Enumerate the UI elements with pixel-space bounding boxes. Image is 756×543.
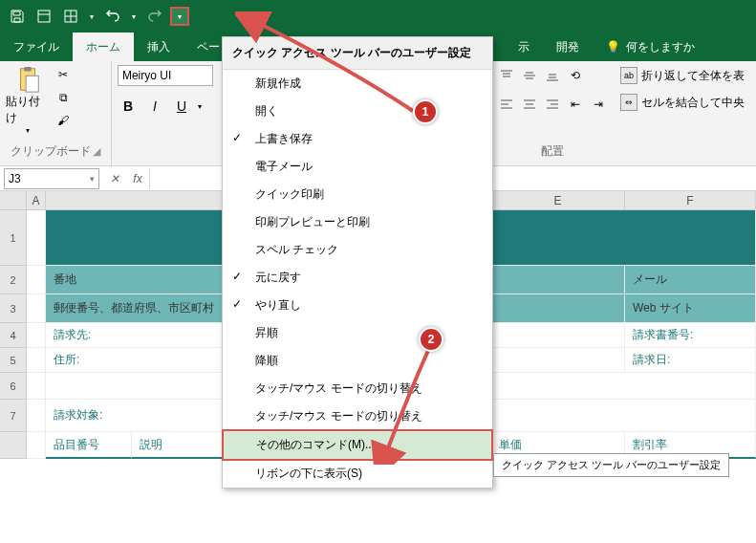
cell[interactable]: 請求書番号: — [625, 323, 756, 348]
form-icon[interactable] — [32, 5, 55, 28]
group-label-align: 配置 — [541, 143, 564, 160]
align-middle-icon[interactable] — [519, 65, 540, 86]
menu-item[interactable]: やり直し — [223, 292, 492, 319]
clipboard-icon — [13, 65, 42, 94]
menu-item[interactable]: 上書き保存 — [223, 125, 492, 153]
lightbulb-icon: 💡 — [606, 40, 620, 54]
col-header[interactable]: E — [491, 191, 625, 209]
tab-developer[interactable]: 開発 — [543, 33, 593, 61]
menu-item[interactable]: 昇順 — [223, 319, 492, 347]
align-center-icon[interactable] — [519, 94, 540, 115]
chevron-down-icon[interactable]: ▾ — [90, 174, 95, 184]
svg-rect-6 — [24, 67, 32, 72]
row-header[interactable]: 2 — [0, 266, 27, 294]
italic-button[interactable]: I — [144, 96, 165, 117]
merge-icon: ⇔ — [620, 94, 637, 111]
paste-button[interactable]: 貼り付け ▾ — [6, 65, 50, 135]
col-header[interactable]: F — [625, 191, 756, 209]
tab-insert[interactable]: 挿入 — [134, 33, 184, 61]
paste-label: 貼り付け — [6, 94, 50, 126]
copy-icon[interactable]: ⧉ — [54, 88, 73, 107]
customize-qat-dropdown-button[interactable]: ▾ — [170, 7, 189, 26]
menu-item[interactable]: 開く — [223, 98, 492, 125]
underline-button[interactable]: U — [171, 96, 192, 117]
menu-item[interactable]: タッチ/マウス モードの切り替え — [223, 375, 492, 402]
orientation-icon[interactable]: ⟲ — [565, 65, 586, 86]
align-top-icon[interactable] — [496, 65, 517, 86]
name-box[interactable]: J3▾ — [4, 168, 99, 189]
menu-item[interactable]: 電子メール — [223, 153, 492, 181]
format-painter-icon[interactable]: 🖌 — [54, 111, 73, 130]
qat-customize-menu: クイック アクセス ツール バーのユーザー設定 新規作成開く上書き保存電子メール… — [222, 36, 493, 489]
fx-icon[interactable]: fx — [126, 167, 149, 190]
name-box-value: J3 — [9, 172, 21, 185]
menu-item[interactable]: 新規作成 — [223, 70, 492, 98]
wrap-text-icon: ab — [620, 67, 637, 84]
chevron-down-icon[interactable]: ▾ — [128, 5, 140, 28]
row-header[interactable]: 7 — [0, 400, 27, 432]
menu-item[interactable]: スペル チェック — [223, 236, 492, 264]
chevron-down-icon[interactable]: ▾ — [198, 102, 202, 111]
annotation-badge-1: 1 — [413, 99, 438, 124]
cut-icon[interactable]: ✂ — [54, 65, 73, 84]
group-label-clipboard: クリップボード — [11, 143, 91, 160]
tooltip: クイック アクセス ツール バーのユーザー設定 — [493, 453, 729, 477]
dialog-launcher-icon[interactable]: ◢ — [93, 145, 100, 158]
row-header[interactable]: 3 — [0, 294, 27, 323]
menu-item[interactable]: 降順 — [223, 347, 492, 375]
row-header[interactable]: 6 — [0, 373, 27, 400]
undo-icon[interactable] — [101, 5, 124, 28]
menu-item[interactable]: タッチ/マウス モードの切り替え — [223, 402, 492, 430]
chevron-down-icon[interactable]: ▾ — [86, 5, 97, 28]
quick-access-toolbar: ▾ ▾ ▾ — [0, 0, 756, 33]
row-header[interactable] — [0, 432, 27, 459]
menu-item[interactable]: 印刷プレビューと印刷 — [223, 208, 492, 236]
cancel-formula-icon[interactable]: ✕ — [103, 167, 126, 190]
ribbon-group-font: Meiryo UI B I U ▾ — [112, 61, 224, 165]
col-header[interactable]: A — [27, 191, 46, 209]
ribbon-group-wrap: ab折り返して全体を表 ⇔セルを結合して中央 — [615, 61, 756, 165]
save-icon[interactable] — [6, 5, 29, 28]
wrap-text-button[interactable]: ab折り返して全体を表 — [615, 65, 750, 86]
bold-button[interactable]: B — [118, 96, 139, 117]
chevron-down-icon: ▾ — [26, 126, 30, 135]
merge-center-button[interactable]: ⇔セルを結合して中央 — [615, 92, 750, 113]
cell[interactable]: Web サイト — [625, 294, 756, 323]
font-name-combo[interactable]: Meiryo UI — [118, 65, 213, 86]
cell[interactable]: 請求日: — [625, 348, 756, 373]
select-all-corner[interactable] — [0, 191, 27, 209]
decrease-indent-icon[interactable]: ⇤ — [565, 94, 586, 115]
row-header[interactable]: 1 — [0, 210, 27, 266]
align-left-icon[interactable] — [496, 94, 517, 115]
tell-me[interactable]: 💡何をしますか — [593, 33, 708, 61]
ribbon-group-align: ⟲ ⇤ ⇥ 配置 — [490, 61, 615, 165]
increase-indent-icon[interactable]: ⇥ — [588, 94, 609, 115]
row-header[interactable]: 5 — [0, 348, 27, 373]
tab-file[interactable]: ファイル — [0, 33, 73, 61]
tab-view[interactable]: 示 — [505, 33, 543, 61]
menu-item[interactable]: リボンの下に表示(S) — [223, 460, 492, 488]
svg-rect-0 — [38, 11, 50, 22]
font-name-value: Meiryo UI — [122, 69, 171, 82]
table-header-cell[interactable]: 品目番号 — [46, 432, 132, 459]
menu-item[interactable]: その他のコマンド(M)... — [222, 429, 493, 461]
tab-home[interactable]: ホーム — [73, 33, 134, 61]
annotation-badge-2: 2 — [419, 327, 443, 352]
menu-title: クイック アクセス ツール バーのユーザー設定 — [223, 37, 492, 70]
menu-item[interactable]: クイック印刷 — [223, 181, 492, 208]
wrap-text-label: 折り返して全体を表 — [641, 68, 745, 84]
tell-me-label: 何をしますか — [626, 39, 695, 55]
cell[interactable]: メール — [625, 266, 756, 294]
table-icon[interactable] — [59, 5, 82, 28]
align-bottom-icon[interactable] — [542, 65, 563, 86]
row-header[interactable]: 4 — [0, 323, 27, 348]
merge-label: セルを結合して中央 — [641, 95, 745, 111]
align-right-icon[interactable] — [542, 94, 563, 115]
menu-item[interactable]: 元に戻す — [223, 264, 492, 292]
svg-rect-7 — [26, 76, 38, 92]
redo-icon[interactable] — [143, 5, 166, 28]
ribbon-group-clipboard: 貼り付け ▾ ✂ ⧉ 🖌 クリップボード ◢ — [0, 61, 112, 165]
